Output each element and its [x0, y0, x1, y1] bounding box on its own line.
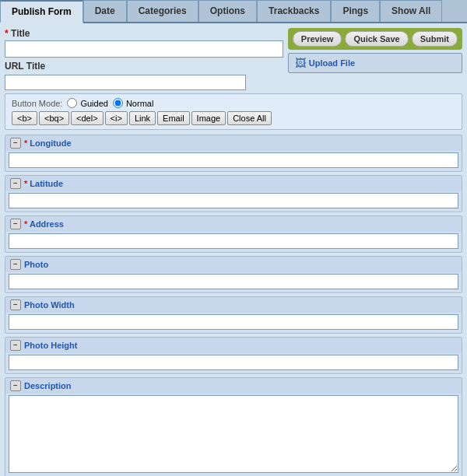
field-description-label: Description	[24, 381, 72, 390]
field-address: − Address	[5, 215, 462, 253]
photo-height-input[interactable]	[9, 355, 458, 370]
field-photo-input-wrap	[5, 272, 462, 292]
field-longitude-header: − Longitude	[5, 135, 462, 151]
toolbar-btn-email[interactable]: Email	[157, 111, 190, 125]
toolbar-btn-link[interactable]: Link	[129, 111, 156, 125]
tab-options[interactable]: Options	[198, 0, 257, 22]
toolbar-btn-image[interactable]: Image	[191, 111, 226, 125]
mode-guided-group: Guided	[67, 98, 107, 108]
field-photo-width-input-wrap	[5, 313, 462, 333]
field-latitude-header: − Latitude	[5, 176, 462, 191]
field-address-label: Address	[24, 219, 64, 229]
field-description-header: − Description	[5, 378, 462, 394]
field-photo-label: Photo	[24, 260, 48, 269]
buttons-section: Preview Quick Save Submit 🖼 Upload File	[288, 28, 462, 90]
toolbar-btn-b[interactable]: <b>	[12, 111, 37, 125]
title-input[interactable]	[5, 40, 283, 58]
field-photo-height: − Photo Height	[5, 337, 462, 374]
toolbar-section: Button Mode: Guided Normal <b> <bq> <del…	[5, 93, 462, 130]
photo-input[interactable]	[9, 274, 458, 289]
field-longitude-toggle[interactable]: −	[10, 138, 21, 149]
tab-date[interactable]: Date	[83, 0, 127, 22]
field-latitude-label: Latitude	[24, 179, 63, 188]
tab-show-all[interactable]: Show All	[380, 0, 442, 22]
field-photo-header: − Photo	[5, 257, 462, 272]
field-longitude-label: Longitude	[24, 138, 72, 148]
toolbar-row1: Button Mode: Guided Normal	[12, 98, 455, 108]
longitude-input[interactable]	[9, 152, 458, 168]
submit-button[interactable]: Submit	[412, 31, 458, 47]
tab-publish-form[interactable]: Publish Form	[0, 0, 83, 23]
field-address-header: − Address	[5, 216, 462, 232]
title-label-text: Title	[11, 28, 30, 39]
field-photo-width: − Photo Width	[5, 296, 462, 334]
field-photo-height-toggle[interactable]: −	[10, 340, 21, 351]
field-photo-height-header: − Photo Height	[5, 338, 462, 353]
field-address-input-wrap	[5, 232, 462, 252]
upload-file-link[interactable]: Upload File	[309, 58, 355, 68]
field-photo-width-header: − Photo Width	[5, 297, 462, 313]
field-latitude-toggle[interactable]: −	[10, 178, 21, 189]
preview-button[interactable]: Preview	[293, 31, 342, 47]
upload-icon: 🖼	[295, 57, 306, 69]
toolbar-btn-i[interactable]: <i>	[105, 111, 128, 125]
latitude-input[interactable]	[9, 193, 458, 208]
photo-width-input[interactable]	[9, 314, 458, 330]
field-description: − Description	[5, 377, 462, 476]
field-longitude: − Longitude	[5, 135, 462, 172]
tab-trackbacks[interactable]: Trackbacks	[257, 0, 331, 22]
action-buttons-bar: Preview Quick Save Submit	[288, 28, 462, 50]
field-photo-toggle[interactable]: −	[10, 259, 21, 270]
toolbar-buttons: <b> <bq> <del> <i> Link Email Image Clos…	[12, 111, 455, 125]
field-photo-height-label: Photo Height	[24, 341, 77, 350]
mode-normal-label: Normal	[126, 99, 153, 108]
field-longitude-input-wrap	[5, 151, 462, 171]
description-textarea[interactable]	[9, 395, 458, 473]
mode-guided-radio[interactable]	[67, 98, 77, 108]
main-container: * Title URL Title Preview Quick Save Sub…	[0, 23, 467, 476]
mode-normal-radio[interactable]	[113, 98, 123, 108]
field-photo-width-label: Photo Width	[24, 300, 75, 310]
title-label: * Title	[5, 28, 283, 39]
title-section: * Title URL Title	[5, 28, 283, 90]
url-title-input[interactable]	[5, 75, 246, 90]
field-address-toggle[interactable]: −	[10, 219, 21, 229]
quick-save-button[interactable]: Quick Save	[345, 31, 408, 47]
field-description-input-wrap	[5, 394, 462, 476]
address-input[interactable]	[9, 233, 458, 249]
field-photo: − Photo	[5, 256, 462, 293]
top-row: * Title URL Title Preview Quick Save Sub…	[5, 28, 462, 90]
mode-guided-label: Guided	[80, 99, 107, 108]
button-mode-label: Button Mode:	[12, 99, 62, 108]
tab-pings[interactable]: Pings	[331, 0, 380, 22]
field-latitude: − Latitude	[5, 175, 462, 212]
toolbar-btn-bq[interactable]: <bq>	[39, 111, 69, 125]
field-photo-height-input-wrap	[5, 353, 462, 373]
field-description-toggle[interactable]: −	[10, 380, 21, 391]
url-title-label: URL Title	[5, 61, 283, 72]
tab-categories[interactable]: Categories	[127, 0, 198, 22]
toolbar-btn-del[interactable]: <del>	[71, 111, 104, 125]
tab-bar: Publish Form Date Categories Options Tra…	[0, 0, 467, 23]
mode-normal-group: Normal	[113, 98, 153, 108]
field-photo-width-toggle[interactable]: −	[10, 299, 21, 310]
upload-section: 🖼 Upload File	[288, 53, 462, 73]
title-required-star: *	[5, 28, 11, 39]
toolbar-btn-close-all[interactable]: Close All	[227, 111, 272, 125]
field-latitude-input-wrap	[5, 191, 462, 212]
